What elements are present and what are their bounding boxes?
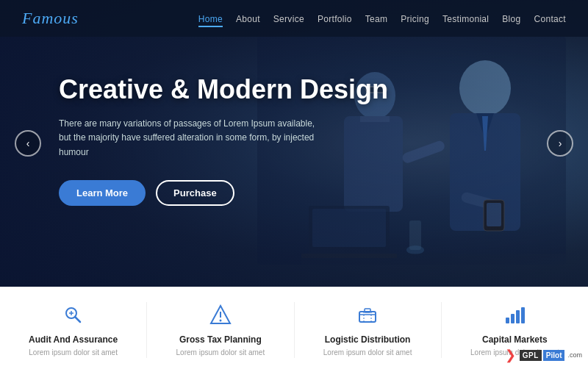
watermark-icon: ❯ <box>505 347 516 363</box>
nav-link-service[interactable]: Service <box>273 14 304 24</box>
purchase-button[interactable]: Purchase <box>156 180 234 206</box>
nav-item-home[interactable]: Home <box>198 12 223 25</box>
hero-content: Creative & Modern Design There are many … <box>59 74 388 206</box>
svg-line-21 <box>75 317 80 322</box>
svg-rect-34 <box>521 307 525 323</box>
nav-item-about[interactable]: About <box>236 12 260 25</box>
learn-more-button[interactable]: Learn More <box>59 180 146 206</box>
watermark: ❯ GPL Pilot .com <box>505 347 582 363</box>
svg-rect-28 <box>365 309 370 312</box>
service-title-capital: Capital Markets <box>482 334 548 345</box>
hero-title: Creative & Modern Design <box>59 74 388 105</box>
service-desc-logistic: Lorem ipsum dolor sit amet <box>323 348 412 358</box>
navbar: Famous Home About Service Portfolio Team… <box>0 0 588 37</box>
nav-link-contact[interactable]: Contact <box>534 14 566 24</box>
nav-link-about[interactable]: About <box>236 14 260 24</box>
service-title-logistic: Logistic Distribution <box>325 334 411 345</box>
brand-logo[interactable]: Famous <box>22 9 79 28</box>
hero-buttons: Learn More Purchase <box>59 180 388 206</box>
nav-item-testimonial[interactable]: Testimonial <box>442 12 489 25</box>
svg-rect-32 <box>511 314 514 323</box>
service-title-tax: Gross Tax Planning <box>179 334 262 345</box>
nav-link-pricing[interactable]: Pricing <box>401 14 429 24</box>
svg-rect-33 <box>516 310 520 323</box>
nav-link-team[interactable]: Team <box>365 14 388 24</box>
nav-item-pricing[interactable]: Pricing <box>401 12 429 25</box>
service-item-audit: Audit And Assurance Lorem ipsum dolor si… <box>0 302 147 358</box>
watermark-gpl: GPL <box>520 350 542 361</box>
logistic-icon <box>356 302 379 329</box>
nav-link-blog[interactable]: Blog <box>502 14 520 24</box>
nav-item-portfolio[interactable]: Portfolio <box>318 12 352 25</box>
service-item-logistic: Logistic Distribution Lorem ipsum dolor … <box>295 302 442 358</box>
audit-icon <box>62 302 85 329</box>
svg-rect-31 <box>506 318 509 323</box>
nav-item-team[interactable]: Team <box>365 12 388 25</box>
svg-point-26 <box>219 320 221 322</box>
service-desc-audit: Lorem ipsum dolor sit amet <box>29 348 118 358</box>
service-title-audit: Audit And Assurance <box>29 334 118 345</box>
nav-link-portfolio[interactable]: Portfolio <box>318 14 352 24</box>
nav-item-service[interactable]: Service <box>273 12 304 25</box>
service-item-tax: Gross Tax Planning Lorem ipsum dolor sit… <box>147 302 294 358</box>
nav-links: Home About Service Portfolio Team Pricin… <box>198 12 566 25</box>
services-strip: Audit And Assurance Lorem ipsum dolor si… <box>0 287 588 369</box>
hero-section: ‹ Creative & Modern Design There are man… <box>0 0 588 287</box>
capital-icon <box>503 302 526 329</box>
nav-item-contact[interactable]: Contact <box>534 12 566 25</box>
tax-icon <box>209 302 232 329</box>
watermark-pilot: Pilot <box>543 350 565 361</box>
nav-link-testimonial[interactable]: Testimonial <box>442 14 489 24</box>
svg-rect-27 <box>359 312 376 322</box>
nav-item-blog[interactable]: Blog <box>502 12 520 25</box>
hero-next-button[interactable]: › <box>547 130 573 157</box>
nav-link-home[interactable]: Home <box>198 14 223 27</box>
watermark-com: .com <box>567 351 582 359</box>
hero-description: There are many variations of passages of… <box>59 117 323 160</box>
hero-prev-button[interactable]: ‹ <box>15 130 41 157</box>
service-desc-tax: Lorem ipsum dolor sit amet <box>176 348 265 358</box>
